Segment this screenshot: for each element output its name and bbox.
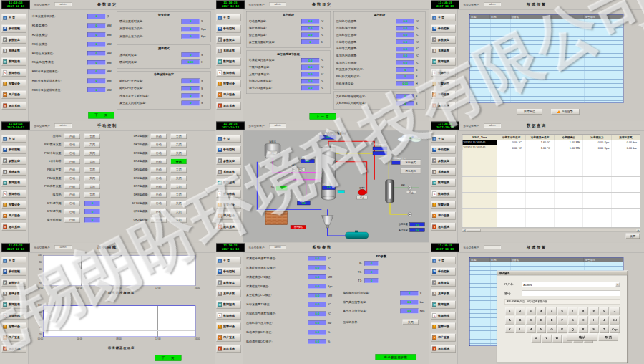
sidebar-item[interactable]: ● 用户登录 xyxy=(431,91,455,99)
auto-mode-button[interactable]: 自动 xyxy=(64,142,80,147)
keyboard-key[interactable]: Cap xyxy=(610,325,620,333)
sidebar-item[interactable]: W 手动控制 xyxy=(431,267,455,275)
param-value-box[interactable]: 0.0 xyxy=(308,302,326,307)
keyboard-key[interactable]: G xyxy=(568,316,577,324)
sidebar-item[interactable]: ▤ 数据报表 xyxy=(1,179,26,187)
keyboard-key[interactable]: R xyxy=(579,325,588,333)
auto-mode-button[interactable]: 自动 xyxy=(151,209,167,214)
param-value-box[interactable]: 0 xyxy=(182,52,200,57)
pid-value-box[interactable]: 0 xyxy=(364,269,378,274)
sidebar-item[interactable]: ⌂ 主 页 xyxy=(431,14,455,21)
auto-mode-button[interactable]: 自动 xyxy=(64,134,80,139)
param-value-box[interactable]: 0 xyxy=(301,39,319,44)
sidebar-item[interactable]: ! 报警记录 xyxy=(431,201,455,209)
sidebar-item[interactable]: S 系统参数 xyxy=(431,289,455,297)
sidebar-item[interactable]: ∿ 数据曲线 xyxy=(431,190,455,198)
device-state-button[interactable]: 关闭 xyxy=(84,184,100,189)
sidebar-item[interactable]: ⌂ 主 页 xyxy=(1,257,26,264)
device-state-button[interactable]: 关闭 xyxy=(84,142,100,147)
sidebar-item[interactable]: W 手动控制 xyxy=(216,146,240,154)
sidebar-item[interactable]: ! 报警记录 xyxy=(1,322,26,330)
sidebar-item[interactable]: ⌂ 主 页 xyxy=(216,257,240,264)
sidebar-item[interactable]: ● 退出系统 xyxy=(1,345,26,353)
param-value-box[interactable]: 0.00 xyxy=(396,81,414,86)
sidebar-item[interactable]: P 参数设定 xyxy=(431,279,455,287)
keyboard-key[interactable]: 3 xyxy=(526,307,535,315)
auto-mode-button[interactable]: 自动 xyxy=(151,201,167,206)
sidebar-item[interactable]: W 手动控制 xyxy=(1,267,26,275)
sidebar-item[interactable]: ! 报警记录 xyxy=(1,80,26,87)
keyboard-key[interactable]: 2 xyxy=(516,307,525,315)
sidebar-item[interactable]: P 参数设定 xyxy=(1,279,26,287)
auto-mode-button[interactable]: 自动 xyxy=(64,209,80,214)
sidebar-item[interactable]: ! 报警记录 xyxy=(216,201,240,209)
sidebar-item[interactable]: ● 退出系统 xyxy=(1,223,26,231)
sidebar-item[interactable]: ▤ 数据报表 xyxy=(431,179,455,187)
prev-page-button[interactable]: 上 一 页 xyxy=(310,113,336,120)
param-value-box[interactable]: 0.0 xyxy=(308,256,326,261)
param-value-box[interactable]: 0 xyxy=(396,75,414,80)
keyboard-key[interactable]: W xyxy=(552,334,562,342)
param-value-box[interactable]: 0 xyxy=(396,94,414,99)
sidebar-item[interactable]: ⌂ 主 页 xyxy=(1,14,26,21)
param-value-box[interactable]: 0 xyxy=(182,101,200,106)
sidebar-item[interactable]: P 参数设定 xyxy=(1,36,26,44)
param-value-box[interactable]: 0 xyxy=(182,27,200,32)
sidebar-item[interactable]: ⌂ 主 页 xyxy=(431,257,455,264)
keyboard-key[interactable]: 6 xyxy=(557,307,567,315)
sidebar-item[interactable]: ● 退出系统 xyxy=(431,102,455,110)
keyboard-key[interactable]: 4 xyxy=(537,307,546,315)
sidebar-item[interactable]: ▤ 数据报表 xyxy=(216,300,240,308)
param-value-box[interactable]: 0 xyxy=(182,34,200,39)
param-value-box[interactable]: 0.0 xyxy=(396,39,414,44)
next-page-button[interactable]: 下 一 页 xyxy=(155,355,182,361)
device-state-button[interactable]: 关闭 xyxy=(171,201,187,206)
param-value-box[interactable]: 0 xyxy=(182,79,200,84)
sidebar-item[interactable]: ● 退出系统 xyxy=(216,102,240,110)
horizontal-scrollbar[interactable]: ◄ ► xyxy=(462,229,640,232)
param-value-box[interactable]: 0.0 xyxy=(308,293,326,298)
auto-mode-button[interactable]: 自动 xyxy=(151,142,167,147)
keyboard-key[interactable]: I xyxy=(589,316,598,324)
device-state-button[interactable]: 关闭 xyxy=(171,176,187,181)
keyboard-key[interactable]: 9 xyxy=(589,307,598,315)
param-value-box[interactable]: 0.0 xyxy=(301,19,319,24)
keyboard-key[interactable]: N xyxy=(537,325,546,333)
trend-chart-1[interactable] xyxy=(43,255,195,286)
param-value-box[interactable]: 0.0 xyxy=(301,26,319,31)
sidebar-item[interactable]: ● 用户登录 xyxy=(216,212,240,220)
param-value-box[interactable]: 0.0 xyxy=(308,284,326,289)
sidebar-item[interactable]: ● 退出系统 xyxy=(1,102,26,110)
param-value-box[interactable]: 0.0 xyxy=(400,308,418,313)
sidebar-item[interactable]: ● 用户登录 xyxy=(1,212,26,220)
auto-mode-button[interactable]: 自动 xyxy=(64,176,80,181)
sidebar-item[interactable]: ∿ 数据曲线 xyxy=(1,69,26,77)
param-value-box[interactable]: 0.0 xyxy=(396,60,414,65)
sidebar-item[interactable]: S 系统参数 xyxy=(1,47,26,54)
param-value-box[interactable]: 0.0 xyxy=(396,26,414,31)
sidebar-item[interactable]: P 参数设定 xyxy=(431,157,455,165)
username-combobox[interactable]: ADMIN ▼ xyxy=(522,282,620,287)
auto-mode-button[interactable]: 自动 xyxy=(64,150,80,155)
sidebar-item[interactable]: ● 用户登录 xyxy=(1,91,26,99)
sidebar-item[interactable]: ! 报警记录 xyxy=(216,80,240,87)
keyboard-key[interactable]: 8 xyxy=(579,307,588,315)
keyboard-key[interactable]: L xyxy=(516,325,525,333)
keyboard-key[interactable]: F xyxy=(557,316,567,324)
sidebar-item[interactable]: S 系统参数 xyxy=(431,168,455,176)
sidebar-item[interactable]: ▤ 数据报表 xyxy=(431,58,455,66)
device-state-button[interactable]: 关闭 xyxy=(84,192,100,197)
keyboard-key[interactable]: P xyxy=(557,325,567,333)
fault-reset-button[interactable]: 故障复位 xyxy=(517,109,542,115)
param-value-box[interactable]: 0.0 xyxy=(301,86,319,91)
sidebar-item[interactable]: W 手动控制 xyxy=(216,267,240,275)
param-value-box[interactable]: 0 xyxy=(87,79,105,84)
device-state-button[interactable]: 关闭 xyxy=(171,184,187,189)
sidebar-item[interactable]: ● 退出系统 xyxy=(431,223,455,231)
dialog-title-bar[interactable]: 用户登录 xyxy=(497,271,627,275)
sidebar-item[interactable]: ▤ 数据报表 xyxy=(431,300,455,308)
pid-value-box[interactable]: 0 xyxy=(364,278,378,283)
sidebar-item[interactable]: ! 报警记录 xyxy=(431,80,455,87)
data-table[interactable]: MS01_Time 冷凝器冷却温度 冷凝罐显示温度 冷凝罐液位 冷凝罐压力 压缩… xyxy=(462,135,640,228)
param-value-box[interactable]: 0.0 xyxy=(301,65,319,70)
